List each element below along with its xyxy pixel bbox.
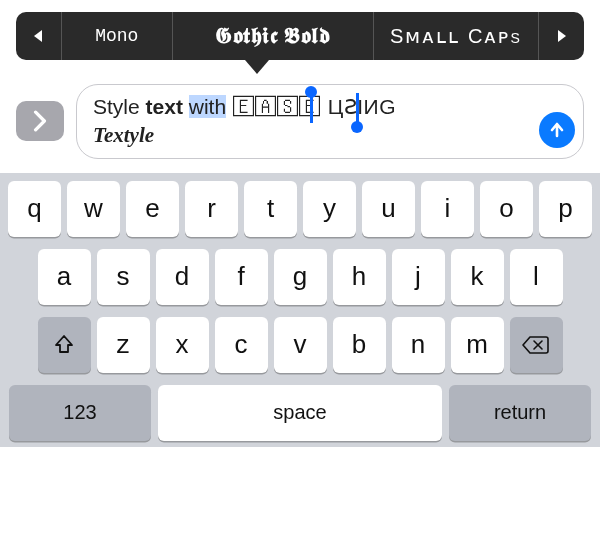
- key-r[interactable]: r: [185, 181, 238, 237]
- key-h[interactable]: h: [333, 249, 386, 305]
- selection-caret-right[interactable]: [356, 93, 359, 123]
- key-shift[interactable]: [38, 317, 91, 373]
- key-return[interactable]: return: [449, 385, 591, 441]
- key-v[interactable]: v: [274, 317, 327, 373]
- picker-tail-icon: [245, 60, 269, 74]
- key-f[interactable]: f: [215, 249, 268, 305]
- key-z[interactable]: z: [97, 317, 150, 373]
- selection-handle-start[interactable]: [305, 86, 317, 98]
- key-numbers[interactable]: 123: [9, 385, 151, 441]
- text-segment-selected[interactable]: with: [189, 95, 226, 118]
- key-c[interactable]: c: [215, 317, 268, 373]
- apps-button[interactable]: [16, 101, 64, 141]
- key-j[interactable]: j: [392, 249, 445, 305]
- key-x[interactable]: x: [156, 317, 209, 373]
- selection-handle-end[interactable]: [351, 121, 363, 133]
- text-segment-brand: Textyle: [93, 123, 154, 147]
- key-p[interactable]: p: [539, 181, 592, 237]
- triangle-left-icon: [31, 28, 45, 44]
- keyboard: q w e r t y u i o p a s d f g h j k l z …: [0, 173, 600, 447]
- key-a[interactable]: a: [38, 249, 91, 305]
- picker-next-button[interactable]: [539, 12, 584, 60]
- key-space[interactable]: space: [158, 385, 442, 441]
- key-backspace[interactable]: [510, 317, 563, 373]
- text-segment-fancy: ЦƧIИG: [328, 95, 396, 118]
- key-w[interactable]: w: [67, 181, 120, 237]
- text-segment-bold: text: [146, 95, 189, 118]
- compose-input[interactable]: Style text with 🄴🄰🅂🄴 ЦƧIИG Textyle: [76, 84, 584, 159]
- key-e[interactable]: e: [126, 181, 179, 237]
- picker-item-small-caps[interactable]: Sᴍᴀʟʟ Cᴀᴘs: [374, 12, 538, 60]
- key-g[interactable]: g: [274, 249, 327, 305]
- chevron-right-icon: [32, 110, 48, 132]
- send-button[interactable]: [539, 112, 575, 148]
- backspace-icon: [522, 335, 550, 355]
- key-b[interactable]: b: [333, 317, 386, 373]
- key-y[interactable]: y: [303, 181, 356, 237]
- style-picker: Mono 𝕲𝖔𝖙𝖍𝖎𝖈 𝕭𝖔𝖑𝖉 Sᴍᴀʟʟ Cᴀᴘs: [16, 12, 584, 60]
- key-n[interactable]: n: [392, 317, 445, 373]
- key-d[interactable]: d: [156, 249, 209, 305]
- key-s[interactable]: s: [97, 249, 150, 305]
- key-u[interactable]: u: [362, 181, 415, 237]
- picker-item-mono[interactable]: Mono: [62, 12, 172, 60]
- key-q[interactable]: q: [8, 181, 61, 237]
- arrow-up-icon: [548, 121, 566, 139]
- key-k[interactable]: k: [451, 249, 504, 305]
- text-segment: Style: [93, 95, 146, 118]
- key-o[interactable]: o: [480, 181, 533, 237]
- shift-icon: [52, 333, 76, 357]
- key-l[interactable]: l: [510, 249, 563, 305]
- picker-item-gothic-bold[interactable]: 𝕲𝖔𝖙𝖍𝖎𝖈 𝕭𝖔𝖑𝖉: [173, 12, 373, 60]
- key-i[interactable]: i: [421, 181, 474, 237]
- key-m[interactable]: m: [451, 317, 504, 373]
- picker-prev-button[interactable]: [16, 12, 61, 60]
- key-t[interactable]: t: [244, 181, 297, 237]
- triangle-right-icon: [555, 28, 569, 44]
